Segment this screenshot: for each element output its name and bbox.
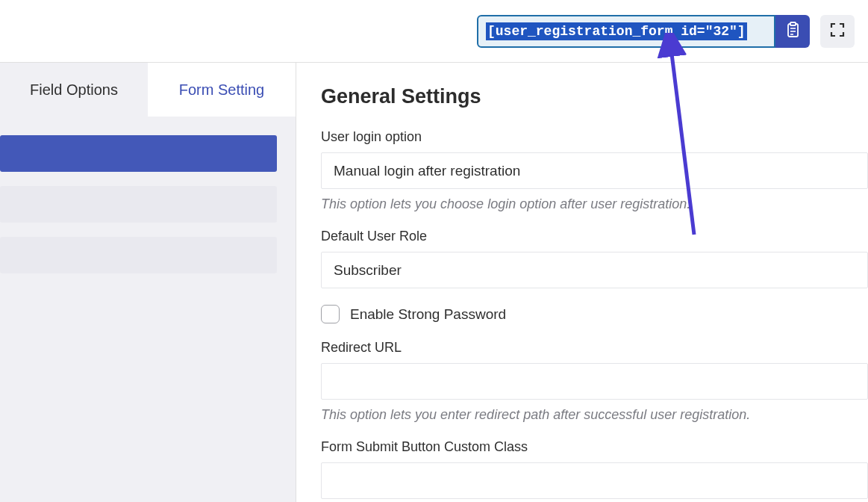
shortcode-wrap: [user_registration_form id="32"] (477, 15, 810, 48)
checkbox-label: Enable Strong Password (350, 306, 506, 323)
field-help: This option lets you enter redirect path… (321, 407, 868, 423)
shortcode-text: [user_registration_form id="32"] (486, 22, 747, 40)
svg-rect-1 (790, 22, 796, 25)
expand-button[interactable] (820, 15, 855, 48)
expand-icon (830, 22, 845, 40)
field-label: User login option (321, 129, 868, 145)
field-label: Default User Role (321, 229, 868, 244)
sidebar-item[interactable] (0, 186, 277, 223)
tab-form-setting[interactable]: Form Setting (148, 63, 296, 117)
field-help: This option lets you choose login option… (321, 196, 868, 212)
field-strong-password: Enable Strong Password (321, 305, 868, 323)
sidebar: Field Options Form Setting (0, 63, 296, 502)
redirect-url-input[interactable] (321, 363, 868, 400)
strong-password-checkbox[interactable] (321, 305, 340, 323)
copy-button[interactable] (775, 15, 810, 48)
page-title: General Settings (321, 85, 868, 108)
sidebar-items (0, 117, 296, 273)
sidebar-item[interactable] (0, 135, 277, 172)
field-redirect-url: Redirect URL This option lets you enter … (321, 340, 868, 423)
main-panel: General Settings User login option This … (296, 63, 868, 502)
field-user-login-option: User login option This option lets you c… (321, 129, 868, 212)
field-default-user-role: Default User Role (321, 229, 868, 288)
tab-label: Field Options (30, 81, 118, 99)
layout: Field Options Form Setting General Setti… (0, 63, 868, 502)
field-label: Redirect URL (321, 340, 868, 356)
clipboard-icon (785, 22, 800, 40)
field-submit-button-class: Form Submit Button Custom Class (321, 439, 868, 499)
tab-field-options[interactable]: Field Options (0, 63, 148, 117)
sidebar-item[interactable] (0, 237, 277, 273)
submit-class-input[interactable] (321, 462, 868, 499)
topbar: [user_registration_form id="32"] (0, 0, 868, 63)
tab-label: Form Setting (179, 81, 264, 99)
field-label: Form Submit Button Custom Class (321, 439, 868, 455)
tabs: Field Options Form Setting (0, 63, 296, 117)
shortcode-input[interactable]: [user_registration_form id="32"] (477, 15, 775, 48)
default-user-role-select[interactable] (321, 252, 868, 288)
user-login-select[interactable] (321, 152, 868, 189)
